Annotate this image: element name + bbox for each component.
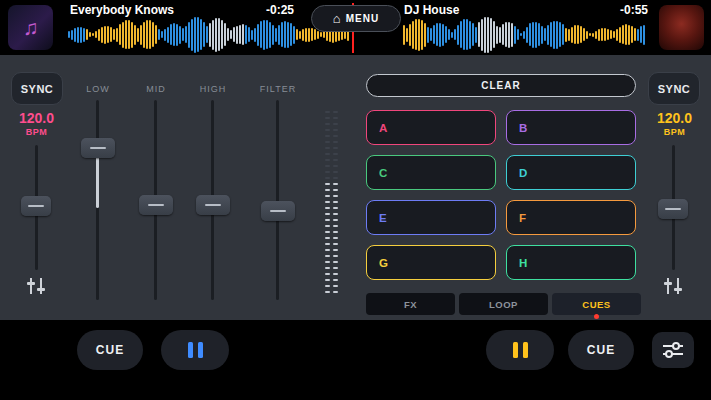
right-track-title: DJ House [404, 3, 459, 17]
left-cue-button[interactable]: CUE [77, 330, 143, 370]
cue-pad-a[interactable]: A [366, 110, 496, 145]
right-cue-button[interactable]: CUE [568, 330, 634, 370]
menu-label: MENU [346, 13, 379, 24]
cue-pad-e-label: E [379, 212, 387, 224]
dj-app: ♫ Everybody Knows -0:25 ⌂ MENU DJ House … [0, 0, 711, 400]
left-bpm-value: 120.0 [0, 110, 73, 126]
level-meter [325, 111, 338, 297]
mid-label: MID [126, 84, 186, 94]
cue-pad-d-label: D [519, 167, 527, 179]
pause-icon [188, 342, 203, 358]
left-waveform[interactable] [68, 16, 351, 53]
filter-fader-track[interactable] [276, 100, 279, 300]
cue-pad-b-label: B [519, 122, 527, 134]
cue-pad-b[interactable]: B [506, 110, 636, 145]
cue-pad-h-label: H [519, 257, 527, 269]
tab-fx-label: FX [404, 299, 417, 310]
cue-pad-g-label: G [379, 257, 388, 269]
pause-icon [513, 342, 528, 358]
right-pitch-handle[interactable] [658, 199, 688, 219]
cue-pad-d[interactable]: D [506, 155, 636, 190]
left-pitch-handle[interactable] [21, 196, 51, 216]
right-waveform[interactable] [403, 16, 646, 53]
cue-pad-e[interactable]: E [366, 200, 496, 235]
menu-button[interactable]: ⌂ MENU [311, 5, 401, 32]
mid-fader-handle[interactable] [139, 195, 173, 215]
tab-cues[interactable]: CUES [552, 293, 641, 315]
mini-fader-icon [25, 276, 47, 296]
right-bpm-unit: BPM [638, 127, 711, 137]
left-play-pause-button[interactable] [161, 330, 229, 370]
right-play-pause-button[interactable] [486, 330, 554, 370]
high-label: HIGH [183, 84, 243, 94]
left-sync-button[interactable]: SYNC [11, 72, 63, 105]
cue-pad-c-label: C [379, 167, 387, 179]
tab-loop[interactable]: LOOP [459, 293, 548, 315]
mixer-settings-button[interactable] [652, 332, 694, 368]
cue-pad-c[interactable]: C [366, 155, 496, 190]
left-bpm-unit: BPM [0, 127, 73, 137]
right-deck-artwork[interactable] [659, 5, 704, 50]
right-track-time: -0:55 [620, 3, 648, 17]
cue-pad-f[interactable]: F [506, 200, 636, 235]
notification-dot [594, 314, 599, 319]
low-fader-handle[interactable] [81, 138, 115, 158]
cue-pad-f-label: F [519, 212, 526, 224]
right-tempo-range-button[interactable] [660, 274, 686, 298]
home-icon: ⌂ [333, 12, 341, 25]
high-fader-handle[interactable] [196, 195, 230, 215]
filter-label: FILTER [248, 84, 308, 94]
music-note-icon: ♫ [8, 5, 53, 50]
sliders-icon [662, 341, 684, 359]
bottom-bar: ✕ CUE CUE [0, 320, 711, 400]
low-label: LOW [68, 84, 128, 94]
left-track-title: Everybody Knows [70, 3, 174, 17]
filter-fader-handle[interactable] [261, 201, 295, 221]
left-deck-artwork[interactable]: ♫ [8, 5, 53, 50]
cue-pad-a-label: A [379, 122, 387, 134]
top-bar: ♫ Everybody Knows -0:25 ⌂ MENU DJ House … [0, 0, 711, 55]
tab-fx[interactable]: FX [366, 293, 455, 315]
tab-loop-label: LOOP [489, 299, 518, 310]
cue-pad-g[interactable]: G [366, 245, 496, 280]
left-tempo-range-button[interactable] [23, 274, 49, 298]
mini-fader-icon [662, 276, 684, 296]
right-sync-button[interactable]: SYNC [648, 72, 700, 105]
cue-pad-h[interactable]: H [506, 245, 636, 280]
left-track-time: -0:25 [266, 3, 294, 17]
clear-cues-button[interactable]: CLEAR [366, 74, 636, 97]
tab-cues-label: CUES [582, 299, 610, 310]
right-bpm-value: 120.0 [638, 110, 711, 126]
